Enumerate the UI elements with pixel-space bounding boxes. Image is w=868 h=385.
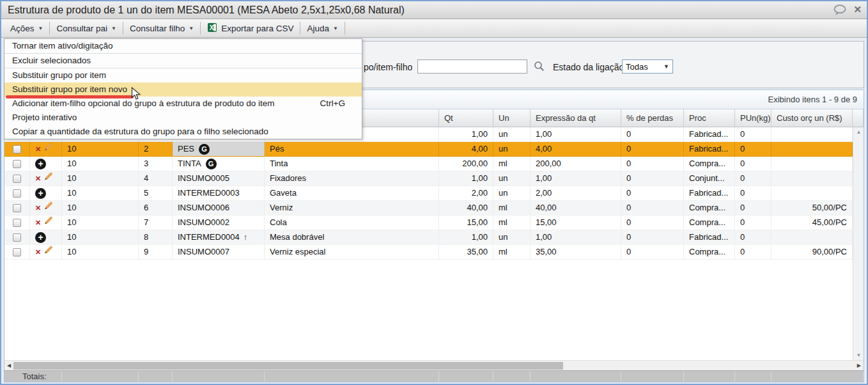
edit-pencil-icon[interactable] xyxy=(43,142,53,156)
item-code-cell[interactable]: INSUMO0002 xyxy=(173,216,265,230)
menu-item-label: Projeto interativo xyxy=(12,111,77,125)
menu-item-1[interactable]: Excluir selecionados xyxy=(4,54,362,68)
table-row[interactable]: +103TINTAGTinta200,00ml200,000Compra...0 xyxy=(4,157,853,171)
horizontal-scroll-thumb[interactable] xyxy=(13,362,563,370)
budget-cost-cell: 45,00/PC xyxy=(771,216,853,230)
column-header-8[interactable]: Expressão da qt xyxy=(531,109,621,127)
row-checkbox[interactable] xyxy=(13,145,21,153)
row-checkbox[interactable] xyxy=(13,175,21,183)
scroll-right-icon[interactable]: ▶ xyxy=(857,363,861,368)
level-cell: 10 xyxy=(62,201,139,215)
row-checkbox[interactable] xyxy=(13,248,21,256)
comment-bubble-icon[interactable] xyxy=(833,4,847,15)
row-checkbox[interactable] xyxy=(13,189,21,198)
table-row[interactable]: ✕104INSUMO0005Fixadores1,00un1,000Conjun… xyxy=(4,171,853,186)
qt-cell: 4,00 xyxy=(439,142,493,156)
horizontal-scrollbar[interactable]: ◀ ▶ xyxy=(4,360,864,370)
menu-item-2[interactable]: Substituir grupo por item xyxy=(4,68,362,82)
item-code-cell[interactable]: INSUMO0007 xyxy=(173,245,265,259)
item-code-cell[interactable]: INSUMO0006 xyxy=(173,201,265,215)
edit-pencil-icon[interactable] xyxy=(43,245,53,259)
menu-item-6[interactable]: Copiar a quantidade da estrutura do grup… xyxy=(4,125,362,139)
menu-item-0[interactable]: Tornar item ativo/digitação xyxy=(4,39,362,53)
expand-plus-icon[interactable]: + xyxy=(35,232,46,243)
column-header-11[interactable]: PUn(kg) xyxy=(735,109,771,127)
column-header-9[interactable]: % de perdas xyxy=(621,109,684,127)
close-icon[interactable]: ✕ xyxy=(853,4,862,15)
level-cell: 10 xyxy=(62,171,139,185)
window-title: Estrutura de produto de 1 un do item MES… xyxy=(1,4,405,16)
table-row[interactable]: +105INTERMED0003Gaveta2,00un2,000Fabrica… xyxy=(4,186,853,201)
menu-item-3[interactable]: Substituir grupo por item novo xyxy=(4,82,362,97)
proc-cell: Fabricad... xyxy=(684,186,735,200)
row-checkbox[interactable] xyxy=(13,233,21,242)
scroll-up-icon[interactable]: ▲ xyxy=(853,129,864,135)
delete-icon[interactable]: ✕ xyxy=(35,203,41,212)
totals-cell xyxy=(265,371,439,382)
menubar-item-label: Consultar pai xyxy=(56,24,107,33)
proc-cell: Fabricad... xyxy=(684,230,735,244)
menu-item-label: Adicionar item-filho opcional do grupo à… xyxy=(12,97,275,111)
totals-row: Totais: xyxy=(4,370,864,382)
delete-icon[interactable]: ✕ xyxy=(35,145,41,153)
menubar-item-4[interactable]: Ajuda▼ xyxy=(300,19,344,37)
group-badge-icon: G xyxy=(206,159,217,169)
item-code-cell[interactable]: TINTAG xyxy=(173,157,265,171)
edit-pencil-icon[interactable] xyxy=(43,171,53,185)
row-checkbox[interactable] xyxy=(13,160,21,168)
edit-pencil-icon[interactable] xyxy=(43,216,53,230)
item-code: PES xyxy=(178,142,194,156)
table-row[interactable]: ✕102PESGPés4,00un4,000Fabricad...0 xyxy=(4,142,853,157)
column-header-6[interactable]: Qt xyxy=(439,109,493,127)
link-state-select[interactable]: Todas ▼ xyxy=(622,59,673,74)
menu-item-5[interactable]: Projeto interativo xyxy=(4,111,362,125)
item-code: INSUMO0005 xyxy=(178,171,229,185)
menubar-item-1[interactable]: Consultar pai▼ xyxy=(50,19,122,37)
level-cell: 10 xyxy=(62,245,139,259)
scroll-down-icon[interactable]: ▼ xyxy=(853,352,864,358)
delete-icon[interactable]: ✕ xyxy=(35,218,41,227)
proc-cell: Compra... xyxy=(684,245,735,259)
totals-cell: Totais: xyxy=(4,371,62,382)
row-checkbox[interactable] xyxy=(13,219,21,227)
delete-icon[interactable]: ✕ xyxy=(35,174,41,183)
row-checkbox[interactable] xyxy=(13,204,21,212)
un-cell: un xyxy=(493,230,531,244)
item-code-cell[interactable]: INTERMED0003 xyxy=(173,186,265,200)
totals-cell xyxy=(684,371,735,382)
pun-kg-cell: 0 xyxy=(735,230,771,244)
menubar-item-3[interactable]: XExportar para CSV xyxy=(201,19,300,37)
paging-status: Exibindo itens 1 - 9 de 9 xyxy=(768,95,864,104)
column-header-10[interactable]: Proc xyxy=(684,109,735,127)
table-row[interactable]: ✕107INSUMO0002Cola15,00ml15,000Compra...… xyxy=(4,216,853,230)
qt-cell: 35,00 xyxy=(439,245,493,259)
search-input[interactable] xyxy=(417,59,527,74)
search-icon[interactable] xyxy=(534,61,545,72)
column-header-7[interactable]: Un xyxy=(493,109,531,127)
description-cell: Tinta xyxy=(265,157,439,171)
menubar-separator xyxy=(345,22,345,35)
delete-icon[interactable]: ✕ xyxy=(35,248,41,256)
proc-cell: Compra... xyxy=(684,216,735,230)
expand-plus-icon[interactable]: + xyxy=(35,159,46,169)
vertical-scrollbar[interactable]: ▲ ▼ xyxy=(853,127,864,360)
product-structure-window: Estrutura de produto de 1 un do item MES… xyxy=(0,0,868,385)
proc-cell: Compra... xyxy=(684,157,735,171)
column-header-12[interactable]: Custo orç un (R$) xyxy=(771,109,853,127)
scroll-left-icon[interactable]: ◀ xyxy=(7,363,11,368)
expand-plus-icon[interactable]: + xyxy=(35,188,46,199)
table-row[interactable]: +108INTERMED0004↑Mesa dobrável1,00un1,00… xyxy=(4,230,853,245)
edit-pencil-icon[interactable] xyxy=(43,201,53,215)
item-code-cell[interactable]: PESG xyxy=(173,142,265,156)
qt-expression-cell: 4,00 xyxy=(531,142,621,156)
menubar-item-0[interactable]: Ações▼ xyxy=(4,19,49,37)
item-code-cell[interactable]: INTERMED0004↑ xyxy=(173,230,265,244)
row-actions-cell: ✕ xyxy=(30,245,62,259)
item-code-cell[interactable]: INSUMO0005 xyxy=(173,171,265,185)
level-cell: 10 xyxy=(62,216,139,230)
table-row[interactable]: ✕106INSUMO0006Verniz40,00ml40,000Compra.… xyxy=(4,201,853,216)
link-state-value: Todas xyxy=(626,62,648,72)
menubar-item-2[interactable]: Consultar filho▼ xyxy=(123,19,200,37)
menu-item-4[interactable]: Adicionar item-filho opcional do grupo à… xyxy=(4,97,362,111)
table-row[interactable]: ✕109INSUMO0007Verniz especial35,00ml35,0… xyxy=(4,245,853,260)
